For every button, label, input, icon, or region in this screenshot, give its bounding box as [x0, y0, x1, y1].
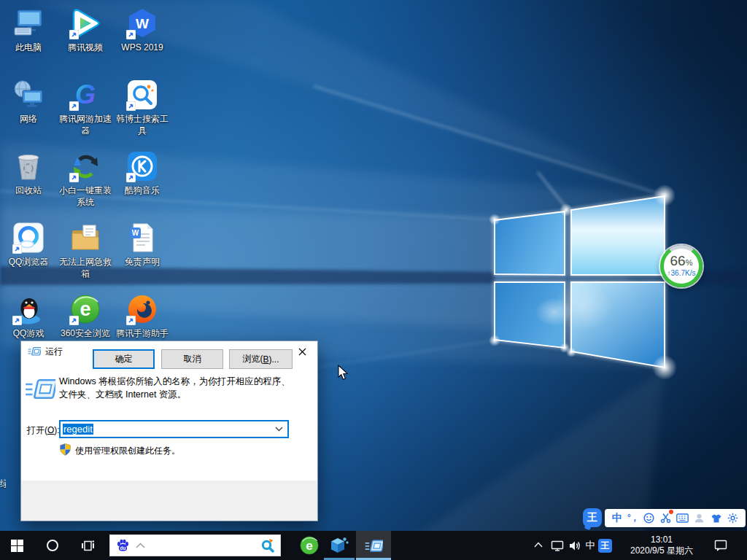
360-browser-icon: e: [299, 535, 320, 556]
tray-network-icon[interactable]: [550, 540, 565, 551]
chevron-down-icon[interactable]: [275, 427, 283, 432]
taskbar: du e: [0, 531, 747, 560]
ime-mode-toggle[interactable]: 中: [612, 512, 622, 525]
desktop-icon-kugou-music[interactable]: 酷狗音乐: [115, 150, 170, 196]
mouse-cursor: [337, 365, 349, 381]
360-browser-icon: e: [69, 293, 101, 325]
desktop-icon-tencent-video[interactable]: 腾讯视频: [58, 7, 113, 53]
network-speed: ↑36.7K/s: [667, 269, 696, 278]
gear-icon[interactable]: [727, 513, 738, 524]
close-icon: [298, 348, 306, 356]
chevron-up-icon[interactable]: [136, 542, 145, 548]
hanboshi-search-icon: [126, 79, 158, 111]
desktop-icon-360-safe-browser[interactable]: e 360安全浏览: [58, 293, 113, 339]
taskbar-360-browser[interactable]: e: [299, 535, 320, 556]
cancel-button[interactable]: 取消: [161, 349, 223, 369]
ok-button[interactable]: 确定: [93, 349, 155, 369]
cortana-ring-icon: [46, 539, 59, 552]
desktop-icon-tencent-mobile-game[interactable]: 腾讯手游助手: [115, 293, 170, 339]
clock-date: 2020/9/5 星期六: [623, 545, 700, 556]
desktop-icon-qq-browser[interactable]: QQ浏览器: [1, 222, 56, 268]
svg-text:du: du: [120, 545, 126, 550]
cortana-button[interactable]: [46, 539, 59, 552]
speaker-icon: [569, 540, 581, 551]
start-button[interactable]: [11, 540, 23, 552]
notification-dot: [669, 510, 673, 514]
qq-browser-icon: [12, 222, 44, 254]
dialog-title: 运行: [45, 346, 63, 358]
360-speed-ball[interactable]: 66% ↑36.7K/s: [660, 245, 703, 287]
kugou-music-icon: [126, 150, 158, 182]
tray-ime-mode[interactable]: 中: [584, 540, 597, 551]
task-view-button[interactable]: [81, 539, 95, 553]
virtual-keyboard-icon[interactable]: [676, 513, 689, 523]
game-accelerator-icon: G: [69, 79, 101, 111]
svg-text:W: W: [136, 16, 149, 31]
run-icon: [28, 346, 41, 357]
desktop-icon-wps-2019[interactable]: W WPS 2019: [115, 7, 170, 53]
icon-label: 腾讯视频: [58, 42, 113, 53]
ime-logo-bubble[interactable]: 王: [583, 508, 602, 527]
dialog-footer: [21, 481, 317, 521]
run-icon-large: [25, 378, 55, 401]
tray-ime-badge[interactable]: 王: [598, 539, 612, 553]
emoji-icon[interactable]: [643, 513, 654, 524]
tencent-mobile-game-icon: [126, 293, 158, 325]
desktop-icon-xiaobai-reinstall[interactable]: 小白一键重装系统: [58, 150, 113, 208]
icon-label: QQ浏览器: [1, 256, 56, 268]
admin-note: 使用管理权限创建此任务。: [75, 445, 180, 457]
run-dialog-message: Windows 将根据你所输入的名称，为你打开相应的程序、 文件夹、文档或 In…: [59, 376, 311, 401]
chevron-up-icon: [534, 542, 543, 548]
ethernet-icon: [551, 540, 564, 551]
icon-label: 韩博士搜索工具: [115, 113, 170, 136]
desktop-icon-network[interactable]: 网络: [1, 79, 56, 125]
run-input-value: regedit: [63, 424, 93, 435]
browse-button[interactable]: 浏览(B)...: [229, 349, 293, 369]
clock-time: 13:01: [623, 534, 700, 545]
run-icon: [365, 539, 383, 553]
icon-label: 360安全浏览: [58, 327, 113, 339]
icon-label: 小白一键重装系统: [58, 184, 113, 208]
run-input-combobox[interactable]: regedit: [59, 420, 289, 438]
desktop-icon-qq-games[interactable]: QQ游戏: [1, 293, 56, 339]
qq-games-icon: [12, 293, 44, 325]
icon-label: WPS 2019: [115, 42, 170, 53]
recycle-bin-icon: [12, 150, 44, 182]
action-center-icon: [714, 540, 727, 552]
taskbar-registry-editor[interactable]: [329, 536, 349, 556]
desktop-icon-tencent-game-accelerator[interactable]: G 腾讯网游加速器: [58, 79, 113, 136]
icon-label: 腾讯手游助手: [115, 327, 170, 339]
taskbar-search-box[interactable]: du: [109, 534, 281, 556]
search-icon[interactable]: [260, 538, 275, 553]
ime-punctuation-toggle[interactable]: °，: [627, 512, 638, 524]
account-icon[interactable]: [694, 513, 705, 524]
icon-label: QQ游戏: [1, 327, 56, 339]
tray-clock[interactable]: 13:01 2020/9/5 星期六: [623, 534, 700, 556]
desktop-icon-hanboshi-search[interactable]: 韩博士搜索工具: [115, 79, 170, 136]
taskbar-run-dialog[interactable]: [365, 537, 383, 555]
tray-volume-icon[interactable]: [568, 540, 581, 551]
desktop-icon-recycle-bin[interactable]: 回收站: [1, 150, 56, 196]
icon-label: 酷狗音乐: [115, 184, 170, 196]
desktop-icon-offline-first-aid[interactable]: 无法上网急救箱: [58, 222, 113, 279]
memory-percent: 66%: [670, 254, 693, 269]
tray-expand-button[interactable]: [533, 541, 543, 548]
action-center-button[interactable]: [713, 539, 728, 552]
icon-label: 无法上网急救箱: [58, 256, 113, 279]
first-aid-folder-icon: [69, 222, 101, 254]
partial-icon-label: 绿: [0, 478, 6, 489]
uac-shield-icon: [59, 443, 71, 456]
ime-toolbar: 中 °，: [605, 509, 746, 527]
desktop-icon-this-pc[interactable]: 此电脑: [1, 7, 56, 53]
icon-label: 网络: [1, 113, 56, 125]
windows-logo-icon: [11, 540, 23, 552]
skin-icon[interactable]: [711, 513, 722, 524]
desktop-icon-disclaimer[interactable]: W 免责声明: [115, 222, 170, 268]
svg-text:e: e: [80, 298, 90, 320]
network-icon: [12, 79, 44, 111]
tencent-video-icon: [69, 7, 101, 39]
open-label: 打开(O):: [27, 424, 60, 437]
desktop: 此电脑 腾讯视频 W WPS 2019 网络: [0, 0, 747, 560]
clipboard-scissors-icon[interactable]: [660, 513, 671, 524]
run-dialog: 运行 Windows 将根据你所输入的名称，为你打开相应的程序、 文件夹、文档或…: [20, 341, 318, 521]
